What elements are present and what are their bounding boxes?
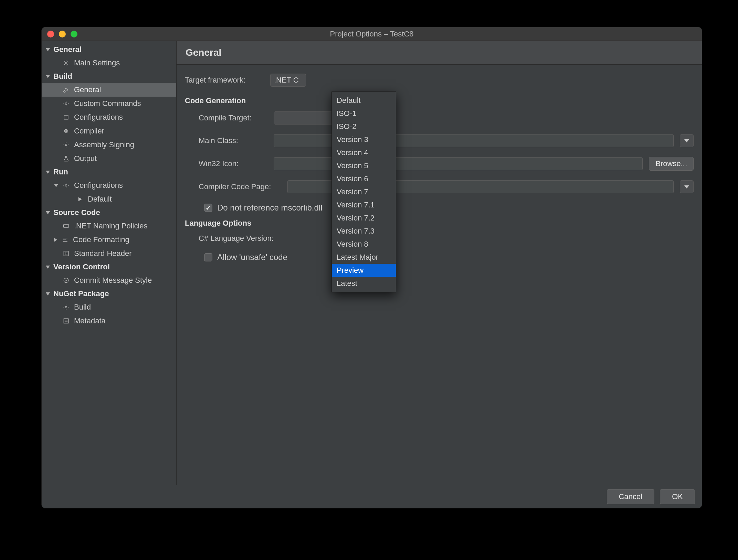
- chevron-down-icon: [684, 139, 689, 142]
- sidebar-item-build-general[interactable]: General: [42, 83, 176, 97]
- menu-item-iso-2[interactable]: ISO-2: [332, 120, 396, 133]
- browse-button[interactable]: Browse...: [649, 157, 694, 171]
- ok-button[interactable]: OK: [660, 489, 695, 504]
- win32-icon-label: Win32 Icon:: [185, 159, 267, 168]
- sidebar-item-label: Commit Message Style: [74, 276, 152, 285]
- sidebar-item-naming-policies[interactable]: .NET Naming Policies: [42, 219, 176, 233]
- svg-rect-2: [64, 115, 68, 119]
- sidebar-item-custom-commands[interactable]: Custom Commands: [42, 97, 176, 110]
- sidebar-item-assembly-signing[interactable]: Assembly Signing: [42, 138, 176, 152]
- sidebar-item-run-configurations[interactable]: Configurations: [42, 179, 176, 192]
- sidebar-item-label: Code Formatting: [73, 235, 129, 244]
- sidebar-item-code-formatting[interactable]: Code Formatting: [42, 233, 176, 247]
- sidebar-cat-run[interactable]: Run: [42, 165, 176, 179]
- chevron-down-icon: [684, 185, 689, 189]
- allow-unsafe-checkbox[interactable]: [204, 253, 212, 261]
- win32-icon-input[interactable]: [274, 157, 643, 170]
- sidebar-item-label: .NET Naming Policies: [74, 222, 148, 230]
- sidebar-item-metadata[interactable]: Metadata: [42, 314, 176, 328]
- combo-value: .NET C: [274, 76, 302, 85]
- no-mscorlib-checkbox[interactable]: [204, 204, 212, 212]
- footer: Cancel OK: [42, 485, 702, 508]
- sidebar: General Main Settings Build General Cust…: [42, 41, 177, 485]
- target-framework-combo[interactable]: .NET C: [270, 74, 306, 87]
- sidebar-item-standard-header[interactable]: Standard Header: [42, 247, 176, 260]
- content-body: Target framework: .NET C Code Generation…: [177, 65, 702, 485]
- content-panel: General Target framework: .NET C Code Ge…: [177, 41, 702, 485]
- svg-point-4: [65, 130, 66, 131]
- main-class-dropdown[interactable]: [680, 134, 694, 147]
- sidebar-item-label: Configurations: [74, 181, 123, 190]
- svg-point-6: [65, 185, 67, 186]
- gear-icon: [62, 127, 70, 135]
- menu-item-version-4[interactable]: Version 4: [332, 146, 396, 159]
- play-icon: [76, 195, 84, 203]
- wrench-icon: [62, 86, 70, 94]
- menu-item-version-7[interactable]: Version 7: [332, 185, 396, 198]
- chevron-down-icon: [46, 48, 50, 51]
- codepage-dropdown[interactable]: [680, 180, 694, 193]
- chevron-down-icon: [54, 184, 58, 187]
- svg-point-1: [65, 103, 67, 105]
- lang-version-label: C# Language Version:: [185, 234, 287, 243]
- svg-point-9: [64, 278, 68, 282]
- keyboard-icon: [62, 222, 70, 230]
- sidebar-item-label: General: [74, 85, 101, 94]
- sidebar-item-run-default[interactable]: Default: [42, 192, 176, 206]
- chevron-down-icon: [46, 292, 50, 295]
- allow-unsafe-label: Allow 'unsafe' code: [217, 252, 287, 262]
- check-circle-icon: [62, 277, 70, 284]
- sidebar-item-label: Metadata: [74, 316, 106, 325]
- minimize-window-button[interactable]: [59, 31, 66, 37]
- menu-item-version-6[interactable]: Version 6: [332, 172, 396, 185]
- gear-icon: [62, 141, 70, 149]
- flask-icon: [62, 155, 70, 162]
- menu-item-version-5[interactable]: Version 5: [332, 159, 396, 172]
- menu-item-version-7-2[interactable]: Version 7.2: [332, 212, 396, 225]
- sidebar-item-label: Compiler: [74, 127, 104, 136]
- menu-item-version-8[interactable]: Version 8: [332, 238, 396, 251]
- main-class-label: Main Class:: [185, 136, 267, 145]
- sidebar-cat-nuget[interactable]: NuGet Package: [42, 287, 176, 300]
- no-mscorlib-label: Do not reference mscorlib.dll: [217, 203, 322, 213]
- sidebar-item-nuget-build[interactable]: Build: [42, 300, 176, 314]
- sidebar-cat-build[interactable]: Build: [42, 70, 176, 83]
- gear-icon: [62, 182, 70, 189]
- sidebar-item-label: Build: [74, 303, 91, 312]
- sidebar-item-compiler[interactable]: Compiler: [42, 124, 176, 138]
- sidebar-cat-general[interactable]: General: [42, 43, 176, 56]
- gear-icon: [62, 100, 70, 107]
- options-window: Project Options – TestC8 General Main Se…: [41, 27, 702, 508]
- lines-icon: [61, 236, 69, 244]
- hash-icon: [62, 250, 70, 257]
- chevron-right-icon: [54, 238, 57, 242]
- svg-point-0: [65, 62, 67, 64]
- sidebar-item-commit-style[interactable]: Commit Message Style: [42, 273, 176, 287]
- close-window-button[interactable]: [47, 31, 54, 37]
- menu-item-version-7-1[interactable]: Version 7.1: [332, 198, 396, 212]
- menu-item-latest[interactable]: Latest: [332, 277, 396, 290]
- menu-item-iso-1[interactable]: ISO-1: [332, 107, 396, 120]
- sidebar-item-label: Output: [74, 154, 97, 163]
- cancel-button[interactable]: Cancel: [607, 489, 654, 504]
- compile-target-label: Compile Target:: [185, 114, 267, 122]
- sidebar-item-output[interactable]: Output: [42, 152, 176, 165]
- sidebar-cat-label: Build: [53, 72, 72, 81]
- sidebar-item-main-settings[interactable]: Main Settings: [42, 56, 176, 70]
- menu-item-preview[interactable]: Preview: [332, 264, 396, 277]
- menu-item-version-3[interactable]: Version 3: [332, 133, 396, 146]
- svg-rect-8: [64, 251, 68, 256]
- sidebar-item-label: Assembly Signing: [74, 140, 134, 149]
- titlebar: Project Options – TestC8: [42, 27, 702, 41]
- menu-item-latest-major[interactable]: Latest Major: [332, 251, 396, 264]
- sidebar-cat-source-code[interactable]: Source Code: [42, 206, 176, 219]
- gear-icon: [62, 59, 70, 67]
- sidebar-cat-version-control[interactable]: Version Control: [42, 260, 176, 273]
- zoom-window-button[interactable]: [71, 31, 77, 37]
- svg-point-5: [65, 144, 67, 146]
- menu-item-default[interactable]: Default: [332, 94, 396, 107]
- sidebar-item-configurations[interactable]: Configurations: [42, 110, 176, 124]
- codepage-label: Compiler Code Page:: [185, 182, 281, 191]
- sidebar-item-label: Default: [88, 195, 112, 204]
- menu-item-version-7-3[interactable]: Version 7.3: [332, 225, 396, 238]
